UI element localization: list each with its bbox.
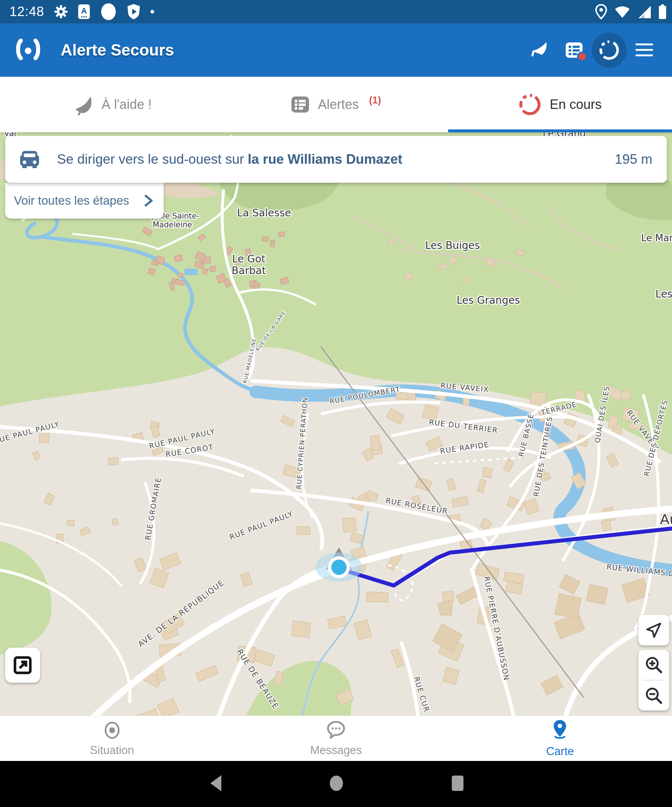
all-steps-link[interactable]: Voir toutes les étapes (5, 183, 164, 219)
zoom-controls (638, 650, 669, 711)
zoom-in-icon (644, 654, 664, 675)
gear-icon (54, 4, 68, 19)
circle-notification-icon (100, 3, 117, 20)
ongoing-alert-spinner-button[interactable] (592, 33, 627, 68)
navigation-arrow-icon (644, 621, 663, 639)
situation-target-icon (102, 721, 122, 740)
recenter-button[interactable] (638, 615, 669, 646)
fullscreen-map-button[interactable] (5, 648, 40, 683)
zoom-out-icon (644, 685, 664, 706)
menu-button[interactable] (627, 33, 662, 68)
open-external-icon (12, 654, 33, 676)
tab-help-label: À l'aide ! (101, 97, 152, 112)
megaphone-icon (72, 94, 93, 115)
alert-list-icon (291, 96, 310, 113)
ongoing-spinner-icon (518, 93, 541, 116)
tab-ongoing[interactable]: En cours (448, 77, 672, 132)
instruction-road: la rue Williams Dumazet (248, 152, 402, 167)
instruction-text: Se diriger vers le sud-ouest sur la rue … (57, 152, 402, 167)
tab-alerts[interactable]: Alertes(1) (224, 77, 448, 132)
svg-text:A: A (81, 6, 87, 15)
tab-ongoing-label: En cours (550, 97, 601, 112)
bottom-navigation: Situation Messages Carte (0, 716, 672, 761)
map-place-label: Le Got (232, 253, 265, 265)
app-bar: Alerte Secours (0, 23, 672, 77)
android-back-button[interactable] (207, 774, 223, 794)
nav-carte[interactable]: Carte (448, 716, 672, 761)
android-recents-button[interactable] (450, 774, 466, 794)
tab-help[interactable]: À l'aide ! (0, 77, 224, 132)
zoom-in-button[interactable] (638, 650, 669, 680)
battery-icon (658, 4, 667, 20)
nav-messages-label: Messages (310, 744, 362, 757)
chat-bubble-icon (326, 721, 346, 740)
nav-carte-label: Carte (546, 745, 574, 758)
tab-alerts-label: Alertes (318, 97, 359, 112)
map-place-label: Les Buiges (425, 239, 480, 251)
all-steps-label: Voir toutes les étapes (14, 194, 129, 208)
nav-messages[interactable]: Messages (224, 716, 448, 761)
map-place-label: Les (655, 288, 672, 300)
android-home-button[interactable] (328, 774, 345, 794)
android-navigation-bar (0, 761, 672, 807)
translate-app-icon: A (78, 4, 90, 19)
tab-bar: À l'aide ! Alertes(1) En cours (0, 77, 672, 132)
map-place-label: Le Marc (641, 232, 672, 243)
active-tab-indicator (448, 130, 672, 132)
tab-alerts-badge: (1) (369, 95, 381, 106)
zoom-out-button[interactable] (638, 681, 669, 711)
map-place-label: Les Granges (457, 294, 520, 306)
instruction-distance: 195 m (615, 152, 652, 167)
wifi-icon (614, 5, 631, 19)
map-place-label: Barbat (232, 265, 266, 277)
shield-play-icon (127, 4, 141, 20)
nav-situation[interactable]: Situation (0, 716, 224, 761)
car-icon (19, 150, 40, 168)
chevron-right-icon (143, 194, 154, 207)
status-bar: 12:48 A (0, 0, 672, 23)
map-place-label: Au (660, 511, 672, 527)
map[interactable]: valLe GrandLa Salessepelle Sainte-Madele… (0, 132, 672, 761)
unread-badge (577, 51, 587, 62)
messages-button[interactable] (556, 33, 592, 68)
navigation-instruction-card[interactable]: Se diriger vers le sud-ouest sur la rue … (5, 136, 667, 183)
cell-signal-icon (637, 4, 652, 19)
nav-situation-label: Situation (90, 744, 134, 757)
alerte-secours-logo-icon (15, 38, 41, 63)
location-status-icon (594, 4, 608, 20)
notification-dot-icon (150, 10, 154, 14)
broadcast-button[interactable] (521, 33, 556, 68)
map-place-label: La Salesse (237, 207, 291, 219)
map-place-label: Madeleine (153, 221, 192, 229)
clock: 12:48 (10, 4, 44, 19)
app-title: Alerte Secours (61, 41, 174, 59)
map-pin-icon (550, 719, 570, 741)
